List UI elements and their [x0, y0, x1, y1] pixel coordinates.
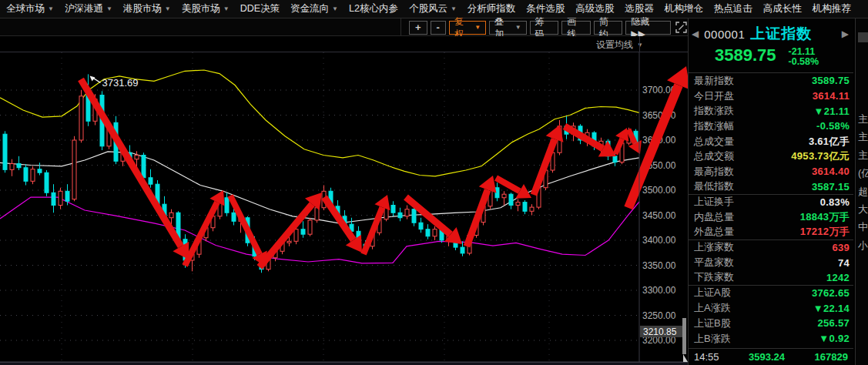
candle-body — [17, 164, 21, 168]
zoom-in-button[interactable]: + — [409, 21, 427, 35]
candle-body — [149, 178, 152, 184]
candle-body — [79, 96, 83, 140]
quote-row-15: 上A涨跌▼22.14 — [689, 300, 853, 316]
candle-body — [3, 134, 7, 169]
menu-item-13[interactable]: 热点追击 — [714, 2, 752, 15]
toolbar-divider — [400, 18, 401, 35]
quote-row-9: 内盘总量18843万手 — [689, 209, 853, 225]
candle-body — [516, 203, 520, 206]
zoom-out-button[interactable]: - — [431, 21, 446, 35]
toolbar-button-5[interactable]: 隐藏 ▶▶ — [625, 21, 671, 35]
ma-settings-button[interactable]: 设置均线 ▼ — [596, 39, 643, 52]
quote-time: 14:55 — [694, 351, 719, 363]
quote-row-label: 上B涨跌 — [694, 332, 731, 346]
menu-item-7[interactable]: 个股风云▼ — [409, 2, 457, 15]
menu-item-label: L2核心内参 — [349, 2, 398, 15]
menu-item-label: 分析师指数 — [468, 2, 516, 15]
clipped-label-3: (亿 — [858, 164, 868, 182]
high-value-label: 3731.69 — [102, 77, 139, 89]
quote-row-8: 上证换手0.83% — [689, 195, 853, 210]
stock-app-window: 全球市场▼沪深港通▼港股市场▼美股市场▼DDE决策资金流向▼L2核心内参个股风云… — [0, 0, 868, 365]
candle-body — [65, 191, 69, 201]
prev-stock-arrow-icon[interactable]: ◀ — [692, 28, 699, 39]
candle-body — [419, 223, 423, 229]
ma-settings-label: 设置均线 — [596, 39, 633, 52]
toolbar-button-0[interactable]: 复权▼ — [449, 21, 486, 35]
menu-item-label: DDE决策 — [240, 2, 280, 15]
menu-item-14[interactable]: 高成长性 — [763, 2, 802, 15]
quote-row-label: 上涨家数 — [694, 240, 734, 254]
menu-item-9[interactable]: 条件选股 — [526, 2, 565, 15]
clipped-label-0: 主 — [858, 110, 868, 128]
candle-body — [142, 156, 146, 178]
candle-body — [398, 213, 402, 218]
menu-item-15[interactable]: 机构推荐 — [813, 2, 851, 15]
menu-item-label: 条件选股 — [526, 2, 565, 15]
candle-body — [530, 207, 534, 211]
toolbar-button-2[interactable]: 筹码 — [530, 21, 559, 35]
quote-row-6: 最高指数3614.40 — [689, 164, 853, 179]
quote-status-index: 3593.24 — [749, 351, 785, 363]
candle-body — [135, 156, 139, 159]
quote-row-4: 总成交量3.61亿手 — [689, 134, 853, 149]
menu-item-0[interactable]: 全球市场▼ — [6, 2, 54, 15]
y-axis-tick: 3450.00 — [642, 210, 676, 221]
menu-item-4[interactable]: DDE决策 — [240, 2, 280, 15]
menu-item-12[interactable]: 机构增仓 — [665, 2, 703, 15]
toolbar-button-4[interactable]: 简约 — [594, 21, 623, 35]
toolbar-button-1[interactable]: 叠加▼ — [489, 21, 526, 35]
quote-row-value: 3762.65 — [812, 287, 850, 299]
quote-row-13: 下跌家数1242 — [689, 270, 853, 286]
quote-code-row: ◀ 000001 上证指数 ▶ — [689, 18, 853, 44]
y-axis-tick: 3250.00 — [642, 310, 676, 321]
menu-item-10[interactable]: 高级选股 — [575, 2, 614, 15]
candle-body — [405, 209, 409, 216]
chevron-down-icon: ▼ — [223, 6, 230, 12]
clipped-button — [858, 32, 868, 42]
quote-row-label: 指数涨幅 — [694, 119, 734, 133]
menu-item-label: 全球市场 — [6, 2, 45, 15]
candle-body — [72, 140, 76, 199]
menu-item-11[interactable]: 选股器 — [625, 2, 654, 15]
quote-row-value: 17212万手 — [800, 225, 850, 239]
trend-arrow-shaft — [260, 204, 312, 267]
scrollbar-thumb[interactable] — [682, 318, 686, 354]
trend-arrows-layer: 3731.69 — [81, 66, 688, 267]
menu-item-label: 个股风云 — [409, 2, 447, 15]
chevron-down-icon: ▼ — [48, 6, 54, 12]
quote-row-value: -0.58% — [816, 120, 850, 132]
candle-body — [315, 208, 319, 220]
candle-body — [294, 229, 298, 242]
quote-row-0: 最新指数3589.75 — [689, 73, 853, 89]
stock-code: 000001 — [704, 28, 745, 41]
candle-body — [45, 172, 49, 193]
next-stock-arrow-icon[interactable]: ▶ — [842, 28, 849, 39]
candle-body — [225, 198, 229, 213]
toolbar-button-3[interactable]: 画线 — [561, 21, 591, 35]
quote-row-11: 上涨家数639 — [689, 240, 853, 256]
candle-body — [391, 206, 395, 213]
menu-item-8[interactable]: 分析师指数 — [468, 2, 516, 15]
kline-chart-area[interactable]: 3700.003650.003600.003550.003500.003450.… — [0, 52, 688, 362]
candle-body — [59, 191, 62, 205]
menu-item-label: 热点追击 — [714, 2, 752, 15]
fullscreen-button[interactable] — [674, 21, 688, 35]
quote-row-value: 3587.15 — [812, 181, 850, 193]
last-price: 3589.75 — [715, 46, 776, 65]
chevron-down-icon: ▼ — [332, 6, 338, 12]
clipped-label-7: 小 — [858, 236, 868, 254]
menu-item-3[interactable]: 美股市场▼ — [182, 2, 230, 15]
menu-item-5[interactable]: 资金流向▼ — [290, 2, 338, 15]
quote-status-bar: 14:55 3593.24 167829 — [689, 348, 853, 365]
kline-chart-svg[interactable]: 3700.003650.003600.003550.003500.003450.… — [0, 52, 688, 362]
quote-row-value: 4953.73亿元 — [791, 149, 850, 163]
quote-row-16: 上证B股256.57 — [689, 316, 853, 331]
menu-item-2[interactable]: 港股市场▼ — [123, 2, 171, 15]
menu-item-1[interactable]: 沪深港通▼ — [65, 2, 112, 15]
quote-row-14: 上证A股3762.65 — [689, 286, 853, 301]
chevron-down-icon: ▼ — [106, 6, 112, 12]
menu-item-6[interactable]: L2核心内参 — [349, 2, 398, 15]
candle-body — [24, 168, 28, 182]
menu-item-label: 选股器 — [625, 2, 654, 15]
quote-row-label: 最高指数 — [694, 165, 734, 179]
